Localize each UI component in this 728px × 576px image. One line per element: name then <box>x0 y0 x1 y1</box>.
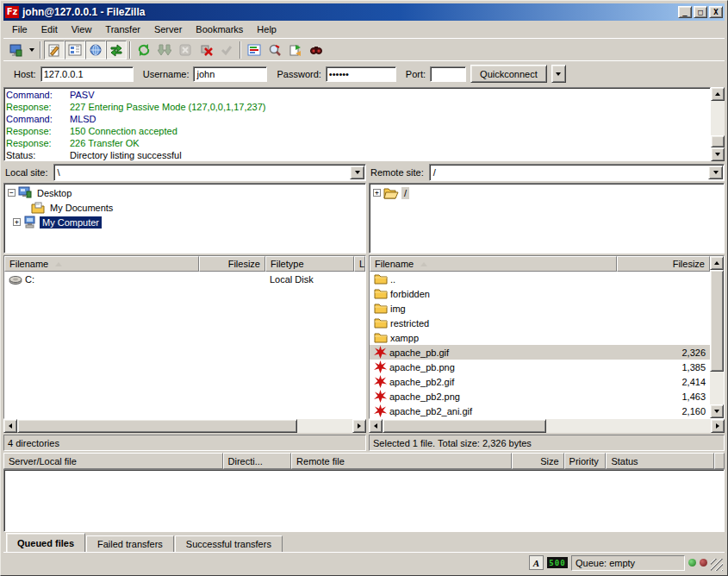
local-file-list: Filename Filesize Filetype L C: Local Di… <box>3 255 366 433</box>
column-header-last-modified[interactable]: L <box>354 256 365 272</box>
column-header-direction[interactable]: Directi... <box>223 453 292 469</box>
synchronized-browsing-button[interactable] <box>285 41 306 59</box>
menu-transfer[interactable]: Transfer <box>98 22 147 37</box>
site-manager-dropdown[interactable] <box>26 41 37 59</box>
tree-item-my-computer[interactable]: + My Computer <box>5 215 364 229</box>
minimize-button[interactable]: _ <box>678 6 692 18</box>
port-input[interactable] <box>430 66 466 82</box>
toolbar-separator <box>40 41 41 59</box>
remote-file-row[interactable]: img <box>370 301 710 316</box>
filter-button[interactable] <box>244 41 264 59</box>
column-header-priority[interactable]: Priority <box>564 453 607 469</box>
remote-file-row[interactable]: forbidden <box>370 286 710 301</box>
combo-dropdown-button[interactable] <box>708 166 723 179</box>
local-site-label: Local site: <box>3 167 50 178</box>
remote-site-combo[interactable]: / <box>429 164 725 181</box>
scroll-left-button[interactable] <box>369 419 383 433</box>
scroll-left-button[interactable] <box>3 419 17 433</box>
scroll-thumb[interactable] <box>710 270 724 372</box>
queue-header: Server/Local file Directi... Remote file… <box>3 453 725 469</box>
toggle-transfer-queue-button[interactable] <box>106 41 127 59</box>
local-horizontal-scrollbar[interactable] <box>3 419 366 433</box>
scroll-right-button[interactable] <box>711 419 725 433</box>
combo-dropdown-button[interactable] <box>350 166 364 179</box>
toolbar-separator <box>240 41 241 59</box>
cancel-operation-button[interactable] <box>175 41 196 59</box>
expand-expander[interactable]: + <box>13 218 21 226</box>
scroll-right-button[interactable] <box>352 419 366 433</box>
maximize-button[interactable]: □ <box>694 6 707 18</box>
toggle-local-tree-button[interactable] <box>65 41 85 59</box>
remote-file-row[interactable]: apache_pb2_ani.gif 2,160 <box>370 404 710 418</box>
tab-successful-transfers[interactable]: Successful transfers <box>175 535 283 552</box>
scroll-up-button[interactable] <box>711 87 725 101</box>
column-header-size[interactable]: Size <box>512 453 563 469</box>
host-input[interactable] <box>40 66 134 82</box>
column-header-spacer <box>714 453 725 469</box>
remote-horizontal-scrollbar[interactable] <box>369 419 725 433</box>
remote-file-row[interactable]: apache_pb2.gif 2,414 <box>370 374 710 389</box>
menu-file[interactable]: File <box>5 22 34 37</box>
log-scrollbar[interactable] <box>711 87 725 161</box>
process-queue-button[interactable] <box>154 41 175 59</box>
menu-server[interactable]: Server <box>147 22 189 37</box>
column-header-server-local-file[interactable]: Server/Local file <box>3 453 223 469</box>
column-header-filesize[interactable]: Filesize <box>617 256 710 272</box>
column-header-filesize[interactable]: Filesize <box>199 256 265 272</box>
menu-bookmarks[interactable]: Bookmarks <box>189 22 250 37</box>
quickconnect-dropdown[interactable] <box>551 65 566 83</box>
remote-file-row[interactable]: xampp <box>370 330 710 345</box>
scroll-down-button[interactable] <box>710 404 724 418</box>
scroll-up-button[interactable] <box>710 256 724 270</box>
collapse-expander[interactable]: − <box>8 189 16 197</box>
remote-file-row[interactable]: apache_pb2.png 1,463 <box>370 389 710 404</box>
scroll-down-button[interactable] <box>711 147 725 161</box>
password-input[interactable] <box>326 66 396 82</box>
menu-view[interactable]: View <box>65 22 99 37</box>
column-header-remote-file[interactable]: Remote file <box>291 453 512 469</box>
toggle-remote-tree-button[interactable] <box>85 41 106 59</box>
username-input[interactable] <box>193 66 267 82</box>
menu-edit[interactable]: Edit <box>34 22 65 37</box>
filezilla-window: Fz john@127.0.0.1 - FileZilla _ □ X File… <box>0 0 728 576</box>
log-line: Command:PASV <box>6 89 708 101</box>
remote-file-row-selected[interactable]: apache_pb.gif 2,326 <box>370 345 710 360</box>
remote-file-row[interactable]: .. <box>370 272 710 286</box>
remote-file-row[interactable]: restricted <box>370 316 710 330</box>
tree-item-root[interactable]: + / <box>370 185 723 200</box>
local-site-combo[interactable]: \ <box>53 164 366 181</box>
speedlimit-indicator-icon: 500 <box>547 557 568 568</box>
site-manager-icon <box>9 43 22 57</box>
find-files-button[interactable] <box>306 41 327 59</box>
column-header-status[interactable]: Status <box>606 453 714 469</box>
reconnect-icon <box>220 43 233 57</box>
local-file-row[interactable]: C: Local Disk <box>4 272 365 286</box>
scroll-thumb[interactable] <box>711 135 725 147</box>
local-list-header: Filename Filesize Filetype L <box>4 256 365 272</box>
expand-expander[interactable]: + <box>373 189 381 197</box>
tree-item-my-documents[interactable]: My Documents <box>5 200 364 215</box>
sort-ascending-icon <box>55 262 62 266</box>
directory-comparison-button[interactable] <box>264 41 285 59</box>
remote-vertical-scrollbar[interactable] <box>710 256 724 418</box>
column-header-filename[interactable]: Filename <box>4 256 199 272</box>
resize-grip[interactable] <box>711 559 723 571</box>
tab-queued-files[interactable]: Queued files <box>6 533 85 552</box>
column-header-filetype[interactable]: Filetype <box>265 256 354 272</box>
scroll-thumb[interactable] <box>383 419 546 433</box>
reconnect-button[interactable] <box>216 41 237 59</box>
toggle-message-log-button[interactable] <box>44 41 65 59</box>
close-button[interactable]: X <box>709 6 723 18</box>
refresh-button[interactable] <box>134 41 154 59</box>
scroll-thumb[interactable] <box>17 419 297 433</box>
site-manager-button[interactable] <box>5 41 26 59</box>
tab-failed-transfers[interactable]: Failed transfers <box>86 535 174 552</box>
column-header-filename[interactable]: Filename <box>370 256 617 272</box>
tree-item-desktop[interactable]: − Desktop <box>5 185 364 200</box>
chevron-down-icon <box>29 48 34 52</box>
arrow-up-icon <box>714 261 719 265</box>
quickconnect-button[interactable]: Quickconnect <box>470 65 547 83</box>
menu-help[interactable]: Help <box>250 22 283 37</box>
disconnect-button[interactable] <box>196 41 216 59</box>
remote-file-row[interactable]: apache_pb.png 1,385 <box>370 360 710 374</box>
